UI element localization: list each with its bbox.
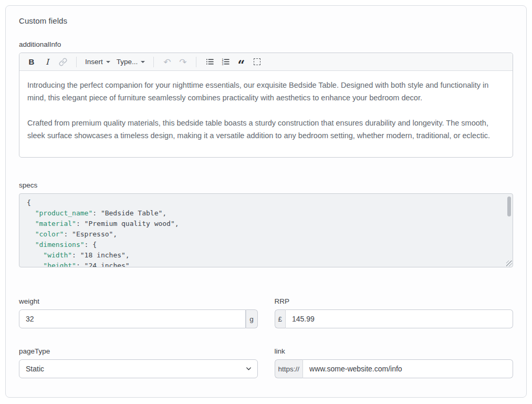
ordered-list-button[interactable]: 1 2 3: [218, 55, 232, 69]
weight-label: weight: [19, 297, 258, 305]
bullet-list-icon: [205, 57, 214, 66]
pagetype-label: pageType: [19, 347, 258, 355]
redo-icon: ↷: [179, 57, 186, 67]
specs-section: specs { "product_name": "Bedside Table",…: [19, 181, 513, 267]
type-menu-label: Type...: [117, 58, 138, 66]
link-field-group: link https://: [275, 347, 514, 378]
additional-info-label: additionalInfo: [19, 40, 513, 48]
rrp-label: RRP: [275, 297, 514, 305]
pagetype-link-row: pageType Static link https://: [19, 347, 513, 378]
specs-label: specs: [19, 181, 513, 189]
rrp-field-group: RRP £: [275, 297, 514, 328]
rte-toolbar: B I Insert Type...: [19, 53, 513, 71]
code-block-icon: [254, 58, 260, 65]
scrollbar-thumb[interactable]: [507, 196, 511, 216]
bullet-list-button[interactable]: [203, 55, 216, 69]
blockquote-button[interactable]: “: [234, 55, 248, 69]
rte-paragraph: Introducing the perfect companion for yo…: [27, 79, 505, 104]
toolbar-divider: [196, 57, 196, 67]
type-menu-button[interactable]: Type...: [114, 55, 148, 69]
insert-menu-button[interactable]: Insert: [83, 55, 112, 69]
code-block-button[interactable]: [250, 55, 264, 69]
bold-button[interactable]: B: [25, 55, 38, 69]
resize-handle-icon[interactable]: [506, 261, 512, 266]
rrp-currency-addon: £: [275, 309, 286, 328]
weight-field-group: weight g: [19, 297, 258, 328]
chevron-down-icon: [141, 61, 145, 63]
link-label: link: [275, 347, 514, 355]
toolbar-divider: [76, 57, 77, 67]
card-title: Custom fields: [19, 16, 513, 25]
specs-code-editor[interactable]: { "product_name": "Bedside Table", "mate…: [19, 193, 513, 267]
link-button[interactable]: [56, 55, 70, 69]
specs-code-content: { "product_name": "Bedside Table", "mate…: [27, 198, 502, 267]
insert-menu-label: Insert: [85, 58, 103, 66]
toolbar-divider: [153, 57, 154, 67]
weight-input[interactable]: [19, 309, 246, 328]
ordered-list-icon: 1 2 3: [221, 57, 230, 66]
link-input[interactable]: [303, 359, 513, 378]
undo-icon: ↶: [163, 57, 171, 67]
weight-rrp-row: weight g RRP £: [19, 297, 513, 328]
pagetype-field-group: pageType Static: [19, 347, 258, 378]
svg-text:3: 3: [222, 63, 223, 66]
redo-button[interactable]: ↷: [176, 55, 190, 69]
additional-info-section: additionalInfo B I Insert: [19, 40, 513, 158]
pagetype-select[interactable]: Static: [19, 359, 258, 378]
weight-unit-addon: g: [246, 309, 258, 328]
link-protocol-addon: https://: [275, 359, 304, 378]
italic-button[interactable]: I: [40, 55, 54, 69]
rich-text-editor: B I Insert Type...: [19, 53, 513, 158]
blockquote-icon: “: [237, 63, 245, 68]
rrp-input[interactable]: [286, 309, 513, 328]
chevron-down-icon: [106, 61, 110, 63]
rte-content[interactable]: Introducing the perfect companion for yo…: [19, 71, 513, 150]
link-icon: [59, 58, 67, 66]
undo-button[interactable]: ↶: [160, 55, 174, 69]
rte-paragraph: Crafted from premium quality materials, …: [27, 117, 505, 142]
custom-fields-card: Custom fields additionalInfo B I Inse: [5, 5, 527, 398]
